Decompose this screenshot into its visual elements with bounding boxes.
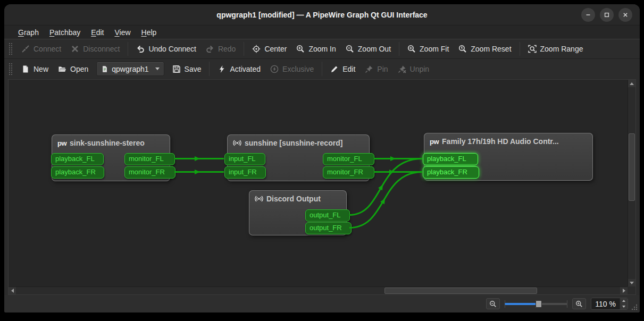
window-resize-grip[interactable] bbox=[631, 303, 638, 310]
node-sink-sunshine-stereo[interactable]: pw sink-sunshine-stereo playback_FL play… bbox=[52, 134, 170, 181]
scroll-down-button[interactable] bbox=[628, 279, 635, 286]
connection-arrow bbox=[195, 170, 200, 174]
center-button[interactable]: Center bbox=[247, 43, 291, 55]
port-monitor-fr[interactable]: monitor_FR bbox=[124, 166, 175, 179]
horizontal-scrollbar[interactable] bbox=[9, 286, 628, 294]
port-input-fl[interactable]: input_FL bbox=[224, 153, 265, 165]
arrow-up-icon bbox=[622, 300, 625, 302]
arrow-down-icon bbox=[622, 306, 625, 308]
zoom-reset-icon bbox=[458, 45, 467, 53]
pin-button[interactable]: Pin bbox=[360, 63, 392, 75]
connections-layer bbox=[9, 80, 634, 294]
new-file-icon bbox=[21, 65, 30, 73]
pencil-icon bbox=[330, 65, 339, 73]
menu-help[interactable]: Help bbox=[136, 27, 162, 38]
pipewire-icon: pw bbox=[57, 139, 66, 147]
close-icon bbox=[622, 12, 629, 18]
node-title: Discord Output bbox=[266, 195, 321, 203]
undo-connect-button[interactable]: Undo Connect bbox=[131, 43, 201, 55]
zoom-slider-handle[interactable] bbox=[536, 300, 542, 308]
new-button[interactable]: New bbox=[16, 63, 53, 75]
zoom-slider-track-filled[interactable] bbox=[505, 303, 537, 305]
menu-graph[interactable]: Graph bbox=[13, 27, 44, 38]
port-output-fl[interactable]: output_FL bbox=[305, 209, 350, 222]
zoom-spinbox[interactable]: 110 % bbox=[591, 298, 628, 310]
zoom-slider[interactable] bbox=[505, 299, 567, 309]
lightning-icon bbox=[218, 65, 226, 73]
port-output-fr[interactable]: output_FR bbox=[305, 222, 352, 234]
scroll-up-button[interactable] bbox=[628, 80, 635, 87]
zoom-fit-button[interactable]: Zoom Fit bbox=[403, 43, 454, 55]
node-header[interactable]: pw Family 17h/19h HD Audio Contr... bbox=[424, 133, 592, 146]
vertical-scrollbar[interactable] bbox=[628, 80, 635, 286]
maximize-button[interactable] bbox=[600, 8, 614, 22]
save-button[interactable]: Save bbox=[168, 63, 206, 75]
menu-patchbay[interactable]: Patchbay bbox=[44, 27, 86, 38]
statusbar-zoom-out-button[interactable] bbox=[486, 298, 500, 309]
save-icon bbox=[172, 65, 181, 73]
zoom-in-icon bbox=[575, 300, 583, 308]
patchbay-selector-value: qpwgraph1 bbox=[112, 65, 148, 73]
menu-view[interactable]: View bbox=[109, 27, 136, 38]
disconnect-icon bbox=[71, 45, 79, 53]
statusbar-zoom-in-button[interactable] bbox=[572, 298, 586, 309]
port-playback-fl[interactable]: playback_FL bbox=[51, 153, 104, 165]
menu-edit[interactable]: Edit bbox=[86, 27, 109, 38]
zoom-range-button[interactable]: Zoom Range bbox=[523, 43, 588, 55]
node-title: sunshine [sunshine-record] bbox=[245, 139, 342, 147]
zoom-reset-button[interactable]: Zoom Reset bbox=[454, 43, 516, 55]
port-monitor-fl[interactable]: monitor_FL bbox=[124, 153, 175, 165]
connection-arrow bbox=[378, 183, 385, 190]
port-input-fr[interactable]: input_FR bbox=[224, 166, 266, 179]
node-header[interactable]: pw sink-sunshine-stereo bbox=[52, 135, 170, 147]
redo-button[interactable]: Redo bbox=[201, 43, 240, 55]
node-sunshine[interactable]: sunshine [sunshine-record] input_FL inpu… bbox=[227, 134, 370, 181]
exclusive-lightning-icon bbox=[270, 65, 279, 73]
scroll-left-button[interactable] bbox=[9, 287, 16, 294]
zoom-out-button[interactable]: Zoom Out bbox=[341, 43, 396, 55]
node-header[interactable]: sunshine [sunshine-record] bbox=[228, 135, 369, 147]
dropdown-caret-icon bbox=[155, 67, 160, 70]
node-header[interactable]: Discord Output bbox=[249, 191, 346, 203]
edit-button[interactable]: Edit bbox=[325, 63, 360, 75]
vertical-scrollbar-thumb[interactable] bbox=[629, 133, 635, 201]
status-bar: 110 % bbox=[4, 295, 640, 312]
toolbar-drag-handle[interactable] bbox=[9, 63, 13, 75]
exclusive-button[interactable]: Exclusive bbox=[265, 63, 319, 75]
connection-arrow bbox=[390, 156, 396, 161]
node-title: Family 17h/19h HD Audio Contr... bbox=[442, 137, 559, 146]
zoom-slider-track[interactable] bbox=[540, 303, 567, 305]
arrow-down-icon bbox=[630, 282, 634, 284]
port-playback-fr[interactable]: playback_FR bbox=[423, 166, 479, 179]
port-playback-fl[interactable]: playback_FL bbox=[423, 153, 478, 165]
connection-arrow bbox=[389, 170, 395, 174]
connect-button[interactable]: Connect bbox=[16, 43, 66, 55]
unpin-button[interactable]: Unpin bbox=[393, 63, 434, 75]
pipewire-icon: pw bbox=[430, 138, 439, 146]
spin-down-button[interactable] bbox=[620, 304, 628, 310]
close-button[interactable] bbox=[618, 8, 632, 22]
port-playback-fr[interactable]: playback_FR bbox=[51, 166, 104, 179]
activated-button[interactable]: Activated bbox=[213, 63, 265, 75]
open-button[interactable]: Open bbox=[53, 63, 93, 75]
toolbar-separator bbox=[399, 42, 399, 56]
zoom-fit-icon bbox=[407, 45, 416, 53]
zoom-in-button[interactable]: Zoom In bbox=[291, 43, 340, 55]
port-monitor-fr[interactable]: monitor_FR bbox=[323, 166, 374, 179]
graph-toolbar: Connect Disconnect Undo Connect Redo Cen… bbox=[4, 39, 640, 58]
spin-up-button[interactable] bbox=[620, 298, 628, 304]
toolbar-drag-handle[interactable] bbox=[9, 43, 13, 55]
title-bar[interactable]: qpwgraph1 [modified] — A PipeWire Graph … bbox=[4, 4, 640, 26]
disconnect-button[interactable]: Disconnect bbox=[66, 43, 124, 55]
pin-icon bbox=[365, 65, 373, 73]
scroll-right-button[interactable] bbox=[620, 287, 628, 294]
patchbay-selector[interactable]: qpwgraph1 bbox=[96, 62, 164, 76]
zoom-in-icon bbox=[296, 45, 305, 53]
node-family-hd-audio[interactable]: pw Family 17h/19h HD Audio Contr... play… bbox=[424, 133, 593, 181]
node-discord-output[interactable]: Discord Output output_FL output_FR bbox=[249, 190, 347, 235]
port-monitor-fl[interactable]: monitor_FL bbox=[323, 153, 374, 165]
minimize-button[interactable] bbox=[581, 8, 595, 22]
horizontal-scrollbar-thumb[interactable] bbox=[384, 288, 537, 294]
patchbay-toolbar: New Open qpwgraph1 Save Activated Exclus… bbox=[4, 58, 640, 79]
graph-canvas[interactable]: pw sink-sunshine-stereo playback_FL play… bbox=[8, 79, 636, 295]
